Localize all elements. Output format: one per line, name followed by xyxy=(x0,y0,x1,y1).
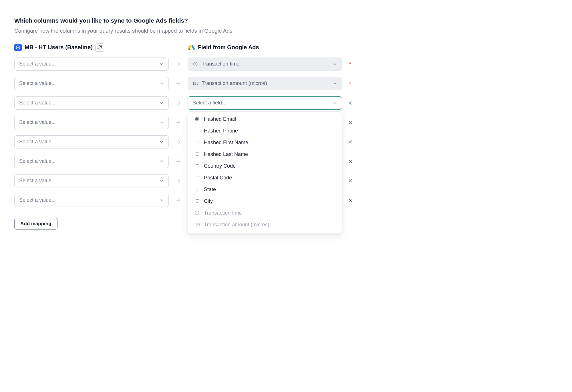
source-header: MB - HT Users (Baseline) xyxy=(14,43,169,52)
dropdown-option[interactable]: THashed Last Name xyxy=(188,149,342,160)
arrow-cell xyxy=(174,100,182,106)
text-icon: T xyxy=(194,175,200,181)
arrow-right-icon xyxy=(175,139,181,145)
number-icon: 123 xyxy=(194,223,200,227)
source-name: MB - HT Users (Baseline) xyxy=(25,44,93,51)
arrow-right-icon xyxy=(175,197,181,203)
chevron-down-icon xyxy=(159,198,164,203)
chevron-down-icon xyxy=(159,62,164,66)
arrow-right-icon xyxy=(175,100,181,106)
close-icon xyxy=(348,100,353,106)
remove-mapping-button[interactable] xyxy=(347,158,353,165)
refresh-button[interactable] xyxy=(96,43,104,52)
mapping-row: Select a value...Select a field...Hashed… xyxy=(14,96,558,110)
chevron-down-icon xyxy=(159,140,164,144)
arrow-cell xyxy=(174,197,182,203)
arrow-right-icon xyxy=(175,178,181,184)
dropdown-option-label: Hashed Email xyxy=(204,116,236,122)
source-placeholder: Select a value... xyxy=(19,80,56,86)
source-select[interactable]: Select a value... xyxy=(14,155,169,168)
source-select[interactable]: Select a value... xyxy=(14,194,169,207)
svg-point-3 xyxy=(188,48,190,50)
dropdown-option[interactable]: THashed First Name xyxy=(188,137,342,149)
source-select[interactable]: Select a value... xyxy=(14,96,169,110)
close-icon xyxy=(348,159,353,164)
source-placeholder: Select a value... xyxy=(19,197,56,203)
svg-rect-2 xyxy=(191,45,195,50)
close-icon xyxy=(348,178,353,183)
dropdown-option[interactable]: TPostal Code xyxy=(188,172,342,184)
destination-value: Transaction time xyxy=(202,61,239,67)
mapping-rows: Select a value...Transaction time*Select… xyxy=(14,58,558,207)
svg-point-0 xyxy=(17,47,19,48)
required-indicator: * xyxy=(347,60,353,68)
chevron-down-icon xyxy=(159,120,164,125)
text-icon: T xyxy=(194,140,200,145)
dropdown-option: Transaction time xyxy=(188,207,342,219)
dest-cell: Transaction time xyxy=(188,58,342,71)
destination-value: Transaction amount (micros) xyxy=(202,80,267,86)
source-select[interactable]: Select a value... xyxy=(14,116,169,129)
source-placeholder: Select a value... xyxy=(19,178,56,184)
remove-mapping-button[interactable] xyxy=(347,119,353,126)
remove-mapping-button[interactable] xyxy=(347,139,353,145)
source-select[interactable]: Select a value... xyxy=(14,77,169,90)
svg-point-5 xyxy=(196,118,198,120)
text-icon: T xyxy=(194,187,200,192)
destination-placeholder: Select a field... xyxy=(192,100,226,106)
remove-mapping-button[interactable] xyxy=(347,197,353,203)
google-ads-icon xyxy=(188,44,195,51)
destination-select[interactable]: Transaction time xyxy=(188,58,342,71)
arrow-cell xyxy=(174,80,182,87)
chevron-down-icon xyxy=(159,101,164,105)
source-placeholder: Select a value... xyxy=(19,158,56,164)
dropdown-option-label: Country Code xyxy=(204,163,236,169)
arrow-cell xyxy=(174,158,182,165)
dropdown-option[interactable]: TCity xyxy=(188,195,342,207)
page-heading: Which columns would you like to sync to … xyxy=(14,17,558,24)
close-icon xyxy=(348,198,353,203)
add-mapping-button[interactable]: Add mapping xyxy=(14,218,57,230)
dropdown-option[interactable]: Hashed Email xyxy=(188,113,342,125)
source-placeholder: Select a value... xyxy=(19,61,56,67)
arrow-cell xyxy=(174,139,182,145)
remove-mapping-button[interactable] xyxy=(347,100,353,106)
text-icon: T xyxy=(194,198,200,204)
source-select[interactable]: Select a value... xyxy=(14,174,169,187)
dropdown-option[interactable]: TCountry Code xyxy=(188,160,342,172)
columns-header: MB - HT Users (Baseline) Field from Goog… xyxy=(14,43,558,52)
dropdown-option: 123Transaction amount (micros) xyxy=(188,219,342,231)
dest-cell: 123Transaction amount (micros) xyxy=(188,77,342,90)
destination-select[interactable]: Select a field... xyxy=(188,96,342,110)
clock-icon xyxy=(194,210,200,215)
dropdown-option-label: Transaction time xyxy=(204,210,242,216)
chevron-down-icon xyxy=(333,81,337,86)
text-icon: T xyxy=(194,151,200,157)
source-placeholder: Select a value... xyxy=(19,100,56,106)
source-placeholder: Select a value... xyxy=(19,119,56,125)
arrow-cell xyxy=(174,61,182,67)
chevron-down-icon xyxy=(159,179,164,183)
mapping-row: Select a value...Transaction time* xyxy=(14,58,558,71)
refresh-icon xyxy=(97,45,102,50)
page-subheading: Configure how the columns in your query … xyxy=(14,27,260,35)
arrow-right-icon xyxy=(175,119,181,126)
required-indicator: * xyxy=(347,80,353,87)
dropdown-option-label: Transaction amount (micros) xyxy=(204,222,269,228)
destination-select[interactable]: 123Transaction amount (micros) xyxy=(188,77,342,90)
chevron-down-icon xyxy=(333,62,337,66)
source-select[interactable]: Select a value... xyxy=(14,58,169,71)
arrow-cell xyxy=(174,178,182,184)
close-icon xyxy=(348,139,353,144)
source-badge-icon xyxy=(14,44,22,51)
dropdown-option-label: Hashed Phone xyxy=(204,128,238,134)
arrow-right-icon xyxy=(175,61,181,67)
remove-mapping-button[interactable] xyxy=(347,178,353,184)
dropdown-option[interactable]: Hashed Phone xyxy=(188,125,342,137)
chevron-down-icon xyxy=(333,101,337,105)
destination-header: Field from Google Ads xyxy=(188,44,558,51)
dropdown-option[interactable]: TState xyxy=(188,184,342,195)
dropdown-option-label: Postal Code xyxy=(204,175,232,181)
at-icon xyxy=(194,116,200,122)
source-select[interactable]: Select a value... xyxy=(14,135,169,149)
